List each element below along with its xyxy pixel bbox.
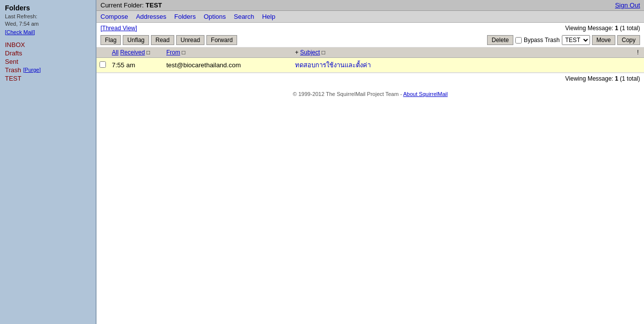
row-checkbox[interactable] (99, 61, 106, 68)
bypass-trash-label: Bypass Trash (524, 37, 560, 44)
col-all-received: All Received □ (109, 47, 163, 58)
refresh-label: Last Refresh: (5, 13, 37, 19)
col-checkbox (97, 47, 109, 58)
col-from-link[interactable]: From (166, 49, 180, 56)
row-date: 7:55 am (109, 58, 163, 73)
thread-view[interactable]: [Thread View] (100, 24, 137, 32)
nav-compose[interactable]: Compose (100, 13, 128, 20)
row-subject-link[interactable]: ทดสอบการใช้งานและตั้งค่า (295, 61, 371, 69)
message-table: All Received □ From □ + Subject □ ! (97, 47, 644, 73)
col-received-link[interactable]: Received (120, 49, 145, 56)
nav-options[interactable]: Options (203, 13, 226, 20)
nav-bar: Compose Addresses Folders Options Search… (97, 11, 644, 23)
col-all-link[interactable]: All (112, 49, 118, 56)
sidebar-nav: INBOX Drafts Sent Trash [Purge] TEST (5, 41, 91, 83)
received-sort-icon: □ (147, 49, 150, 56)
about-squirrelmail-link[interactable]: About SquirrelMail (403, 91, 448, 97)
purge-link[interactable]: [Purge] (23, 66, 41, 73)
toolbar-row: Flag Unflag Read Unread Forward Delete B… (97, 33, 644, 47)
refresh-time: Wed, 7:54 am (5, 21, 39, 27)
nav-addresses[interactable]: Addresses (136, 13, 166, 20)
unflag-button[interactable]: Unflag (123, 35, 149, 45)
sidebar-refresh: Last Refresh: Wed, 7:54 am (5, 13, 91, 28)
sign-out-link[interactable]: Sign Out (615, 1, 640, 9)
toolbar-right: Delete Bypass Trash TEST Move Copy (487, 35, 640, 45)
sidebar-item-trash[interactable]: Trash (5, 66, 21, 74)
sidebar-title: Folders (5, 4, 91, 12)
row-checkbox-cell[interactable] (97, 58, 109, 73)
viewing-msg-top: Viewing Message: 1 (1 total) (565, 25, 640, 32)
bypass-trash-checkbox[interactable] (515, 37, 522, 44)
folder-select[interactable]: TEST (562, 35, 590, 45)
footer-copyright: © 1999-2012 The SquirrelMail Project Tea… (293, 91, 402, 97)
sidebar-item-drafts[interactable]: Drafts (5, 49, 91, 57)
col-exclaim-header: ! (634, 47, 644, 58)
sign-out[interactable]: Sign Out (615, 1, 640, 9)
forward-button[interactable]: Forward (206, 35, 237, 45)
thread-view-row: [Thread View] Viewing Message: 1 (1 tota… (97, 23, 644, 33)
top-bar: Current Folder: TEST Sign Out (97, 0, 644, 11)
footer: © 1999-2012 The SquirrelMail Project Tea… (97, 88, 644, 100)
copy-button[interactable]: Copy (617, 35, 640, 45)
check-mail-link[interactable]: [Check Mail] (5, 28, 91, 36)
col-subject-header: + Subject □ (292, 47, 634, 58)
row-exclaim (634, 58, 644, 73)
nav-search[interactable]: Search (234, 13, 254, 20)
nav-folders[interactable]: Folders (174, 13, 196, 20)
from-sort-icon: □ (182, 49, 185, 56)
read-button[interactable]: Read (151, 35, 174, 45)
flag-button[interactable]: Flag (100, 35, 121, 45)
check-mail-anchor[interactable]: [Check Mail] (5, 29, 35, 35)
move-button[interactable]: Move (592, 35, 615, 45)
subject-sort-icon: □ (322, 49, 325, 56)
table-row: 7:55 am test@biocarethailand.com ทดสอบกา… (97, 58, 644, 73)
sidebar-item-inbox[interactable]: INBOX (5, 41, 91, 49)
viewing-number-bottom: 1 (615, 75, 618, 82)
row-from: test@biocarethailand.com (163, 58, 292, 73)
current-folder: Current Folder: TEST (100, 1, 162, 9)
sidebar-item-test[interactable]: TEST (5, 74, 91, 83)
unread-button[interactable]: Unread (176, 35, 204, 45)
viewing-msg-bottom: Viewing Message: 1 (1 total) (97, 73, 644, 84)
row-subject[interactable]: ทดสอบการใช้งานและตั้งค่า (292, 58, 634, 73)
current-folder-prefix: Current Folder: (100, 1, 144, 9)
thread-view-link[interactable]: [Thread View] (100, 25, 137, 32)
col-subject-link[interactable]: Subject (300, 49, 320, 56)
current-folder-name: TEST (146, 1, 162, 9)
main-content: Current Folder: TEST Sign Out Compose Ad… (97, 0, 644, 324)
col-from-header: From □ (163, 47, 292, 58)
nav-help[interactable]: Help (262, 13, 275, 20)
trash-row: Trash [Purge] (5, 66, 91, 74)
toolbar-left: Flag Unflag Read Unread Forward (100, 35, 237, 45)
sidebar-item-sent[interactable]: Sent (5, 57, 91, 66)
sidebar: Folders Last Refresh: Wed, 7:54 am [Chec… (0, 0, 97, 324)
delete-button[interactable]: Delete (487, 35, 513, 45)
viewing-number-top: 1 (615, 25, 618, 32)
